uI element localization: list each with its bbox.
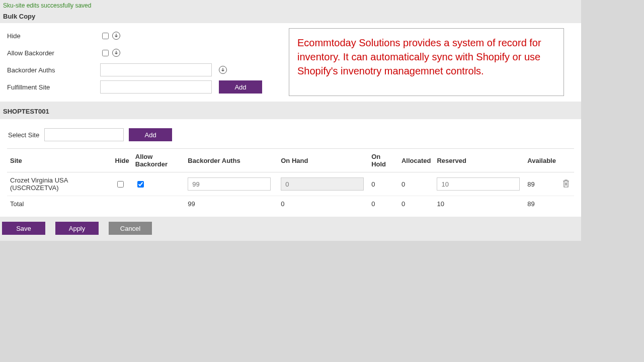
total-row: Total 99 0 0 0 10 89 bbox=[7, 196, 574, 212]
cell-available: 89 bbox=[524, 172, 559, 196]
fulfillment-site-input[interactable] bbox=[100, 80, 212, 94]
backorder-auths-label: Backorder Auths bbox=[7, 66, 100, 74]
th-backorder-auths: Backorder Auths bbox=[185, 149, 278, 172]
fulfillment-site-label: Fulfillment Site bbox=[7, 83, 100, 91]
apply-down-icon[interactable] bbox=[112, 49, 120, 57]
select-site-label: Select Site bbox=[8, 131, 39, 139]
total-on-hand: 0 bbox=[278, 196, 368, 212]
success-message: Sku-site edits successfully saved bbox=[0, 0, 581, 11]
trash-icon[interactable] bbox=[562, 179, 570, 188]
total-label: Total bbox=[7, 196, 112, 212]
inventory-table: Site Hide Allow Backorder Backorder Auth… bbox=[7, 148, 574, 212]
info-callout: Ecommtoday Solutions provides a system o… bbox=[289, 28, 564, 96]
hide-checkbox[interactable] bbox=[102, 33, 109, 39]
sku-panel: Select Site Add Site Hide Allow Backorde… bbox=[0, 119, 581, 217]
bulk-copy-title: Bulk Copy bbox=[0, 11, 581, 23]
bulk-copy-panel: Hide Allow Backorder bbox=[0, 23, 581, 102]
row-backorder-auths-input[interactable] bbox=[188, 177, 271, 191]
row-on-hand-input bbox=[281, 177, 364, 191]
total-allocated: 0 bbox=[398, 196, 434, 212]
backorder-auths-input[interactable] bbox=[100, 63, 212, 76]
cancel-button[interactable]: Cancel bbox=[109, 222, 152, 235]
th-reserved: Reserved bbox=[434, 149, 524, 172]
th-site: Site bbox=[7, 149, 112, 172]
sku-code-header: SHOPTEST001 bbox=[0, 102, 581, 119]
th-available: Available bbox=[524, 149, 559, 172]
cell-allocated: 0 bbox=[398, 172, 434, 196]
total-on-hold: 0 bbox=[368, 196, 398, 212]
row-hide-checkbox[interactable] bbox=[117, 181, 124, 188]
th-on-hand: On Hand bbox=[278, 149, 368, 172]
total-available: 89 bbox=[524, 196, 559, 212]
save-button[interactable]: Save bbox=[2, 222, 45, 235]
total-reserved: 10 bbox=[434, 196, 524, 212]
apply-down-icon[interactable] bbox=[219, 66, 227, 74]
site-add-button[interactable]: Add bbox=[129, 128, 172, 141]
th-hide: Hide bbox=[112, 149, 132, 172]
th-on-hold: On Hold bbox=[368, 149, 398, 172]
row-allow-backorder-checkbox[interactable] bbox=[137, 181, 144, 188]
bulk-add-button[interactable]: Add bbox=[219, 80, 262, 94]
app-container: Sku-site edits successfully saved Bulk C… bbox=[0, 0, 581, 241]
cell-on-hold: 0 bbox=[368, 172, 398, 196]
table-row: Crozet Virginia USA (USCROZETVA) 0 0 89 bbox=[7, 172, 574, 196]
cell-site: Crozet Virginia USA (USCROZETVA) bbox=[7, 172, 112, 196]
select-site-input[interactable] bbox=[44, 128, 124, 141]
th-allow-backorder: Allow Backorder bbox=[132, 149, 185, 172]
footer-bar: Save Apply Cancel bbox=[0, 217, 581, 241]
allow-backorder-label: Allow Backorder bbox=[7, 49, 100, 57]
row-reserved-input[interactable] bbox=[437, 177, 520, 191]
apply-button[interactable]: Apply bbox=[55, 222, 99, 235]
total-backorder-auths: 99 bbox=[185, 196, 278, 212]
hide-label: Hide bbox=[7, 32, 100, 40]
th-allocated: Allocated bbox=[398, 149, 434, 172]
allow-backorder-checkbox[interactable] bbox=[102, 50, 109, 56]
apply-down-icon[interactable] bbox=[112, 32, 120, 40]
